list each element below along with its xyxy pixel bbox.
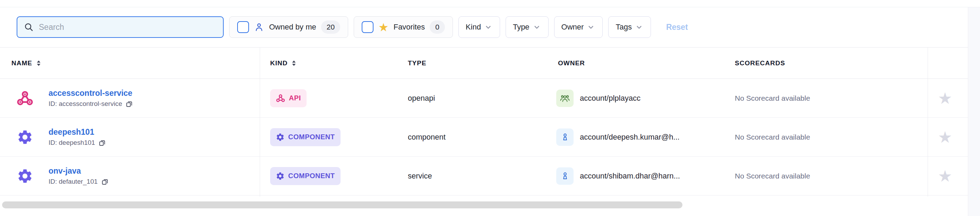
owned-by-me-label: Owned by me: [269, 22, 316, 32]
entity-name-block: onv-java ID: defauter_101: [49, 166, 109, 186]
kind-badge-label: COMPONENT: [288, 172, 335, 180]
kind-badge: COMPONENT: [270, 167, 340, 185]
owned-by-me-checkbox[interactable]: [237, 21, 249, 33]
column-divider: [260, 47, 260, 197]
entity-name-link[interactable]: onv-java: [49, 166, 81, 176]
favorites-checkbox[interactable]: [362, 21, 374, 33]
table-row: deepesh101 ID: deepesh101 COMPONENT comp…: [0, 118, 968, 157]
chevron-down-icon: [484, 22, 493, 32]
favorites-count: 0: [430, 21, 445, 34]
entity-id: ID: deepesh101: [49, 139, 95, 147]
search-input[interactable]: [39, 22, 217, 32]
type-filter-dropdown[interactable]: Type: [506, 16, 549, 38]
owner-name: account/plplayacc: [580, 94, 641, 103]
search-box[interactable]: [17, 16, 224, 38]
column-divider: [928, 47, 928, 197]
catalog-page: Owned by me 20 ★ Favorites 0 Kind Type O…: [0, 0, 980, 216]
favorite-toggle-star-icon[interactable]: ★: [933, 129, 957, 145]
entity-id: ID: accesscontrol-service: [49, 100, 122, 108]
kind-badge: API: [270, 89, 307, 107]
type-cell: service: [408, 171, 432, 181]
kind-filter-dropdown[interactable]: Kind: [458, 16, 500, 38]
sort-icon: [36, 60, 41, 67]
table-row: accesscontrol-service ID: accesscontrol-…: [0, 79, 968, 118]
scorecard-status: No Scorecard available: [735, 133, 810, 141]
owner-cell: account/plplayacc: [556, 90, 641, 107]
owned-by-me-count: 20: [321, 21, 340, 34]
owner-cell: account/shibam.dhar@harn...: [556, 167, 680, 185]
column-header-kind[interactable]: KIND: [270, 59, 297, 67]
entity-name-block: accesscontrol-service ID: accesscontrol-…: [49, 88, 133, 108]
gear-icon: [276, 171, 285, 181]
tags-filter-label: Tags: [616, 22, 632, 32]
entity-name-link[interactable]: deepesh101: [49, 128, 94, 137]
entity-name-block: deepesh101 ID: deepesh101: [49, 128, 106, 147]
type-filter-label: Type: [513, 22, 530, 32]
scorecard-status: No Scorecard available: [735, 172, 810, 180]
entity-id-line: ID: accesscontrol-service: [49, 100, 133, 108]
owner-name: account/deepesh.kumar@h...: [580, 133, 680, 142]
owner-filter-dropdown[interactable]: Owner: [554, 16, 603, 38]
column-header-name[interactable]: NAME: [11, 59, 41, 67]
tags-filter-dropdown[interactable]: Tags: [608, 16, 651, 38]
person-icon: [254, 22, 264, 32]
api-webhook-icon: [15, 89, 35, 107]
filter-toolbar: Owned by me 20 ★ Favorites 0 Kind Type O…: [0, 7, 688, 47]
chevron-down-icon: [635, 22, 644, 32]
catalog-table: NAME KIND TYPE OWNER SCORECARDS: [0, 47, 968, 195]
scorecard-status: No Scorecard available: [735, 94, 810, 102]
favorite-toggle-star-icon[interactable]: ★: [933, 90, 957, 106]
kind-filter-label: Kind: [466, 22, 481, 32]
favorite-star-icon: ★: [378, 22, 389, 33]
favorites-label: Favorites: [394, 22, 425, 32]
owner-cell: account/deepesh.kumar@h...: [556, 128, 680, 146]
owner-filter-label: Owner: [562, 22, 584, 32]
entity-id-line: ID: defauter_101: [49, 178, 109, 186]
copy-icon[interactable]: [125, 100, 133, 108]
user-icon: [556, 167, 574, 185]
horizontal-scrollbar-thumb[interactable]: [2, 202, 682, 208]
gear-icon: [15, 129, 35, 146]
table-row: onv-java ID: defauter_101 COMPONENT serv…: [0, 157, 968, 195]
gear-icon: [276, 133, 285, 142]
column-header-scorecards: SCORECARDS: [735, 59, 785, 67]
sort-icon: [291, 60, 297, 67]
chevron-down-icon: [532, 22, 541, 32]
kind-badge-label: API: [289, 94, 301, 102]
api-webhook-icon: [276, 93, 285, 103]
group-icon: [556, 90, 574, 107]
entity-name-link[interactable]: accesscontrol-service: [49, 88, 132, 98]
column-header-type: TYPE: [408, 59, 426, 67]
entity-id: ID: defauter_101: [49, 178, 98, 186]
owner-name: account/shibam.dhar@harn...: [580, 171, 680, 181]
copy-icon[interactable]: [101, 178, 109, 186]
favorite-toggle-star-icon[interactable]: ★: [933, 168, 957, 184]
chevron-down-icon: [586, 22, 595, 32]
type-cell: component: [408, 133, 445, 142]
reset-filters-button[interactable]: Reset: [666, 22, 688, 32]
favorites-filter-button[interactable]: ★ Favorites 0: [354, 16, 453, 38]
kind-badge-label: COMPONENT: [288, 133, 335, 141]
kind-badge: COMPONENT: [270, 128, 340, 146]
table-header: NAME KIND TYPE OWNER SCORECARDS: [0, 47, 968, 79]
copy-icon[interactable]: [98, 139, 106, 147]
user-icon: [556, 128, 574, 146]
type-cell: openapi: [408, 94, 435, 103]
entity-id-line: ID: deepesh101: [49, 139, 106, 147]
vertical-scrollbar-gutter: [968, 7, 980, 216]
column-header-owner: OWNER: [558, 59, 585, 67]
search-icon: [24, 22, 34, 32]
gear-icon: [15, 168, 35, 184]
owned-by-me-filter-button[interactable]: Owned by me 20: [229, 16, 348, 38]
